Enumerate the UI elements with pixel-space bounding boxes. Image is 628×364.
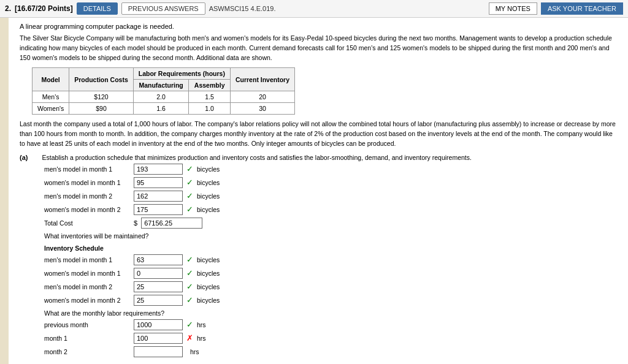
input-row: women's model in month 2✓bicycles	[44, 204, 618, 215]
answer-input-lab-1[interactable]	[134, 333, 183, 344]
th-assembly: Assembly	[189, 80, 231, 91]
details-button[interactable]: DETAILS	[77, 2, 118, 15]
input-label: men's model in month 1	[44, 165, 130, 173]
part-a-label: (a)	[20, 154, 28, 161]
table-row: Men's $120 2.0 1.5 20	[33, 91, 295, 103]
intro-text: A linear programming computer package is…	[20, 23, 618, 30]
answer-input-a-2[interactable]	[134, 191, 183, 202]
cell-assembly: 1.0	[189, 103, 231, 115]
check-icon: ✓	[186, 268, 193, 278]
cell-inventory: 30	[230, 103, 294, 115]
cell-manufacturing: 2.0	[133, 91, 189, 103]
cell-inventory: 20	[230, 91, 294, 103]
input-label: men's model in month 2	[44, 283, 130, 290]
cell-cost: $90	[69, 103, 134, 115]
inventory-inputs: men's model in month 1✓bicycleswomen's m…	[20, 254, 618, 306]
check-icon: ✓	[186, 178, 193, 187]
part-a: (a) Establish a production schedule that…	[20, 154, 618, 357]
answer-input-lab-2[interactable]	[134, 346, 183, 357]
input-label: previous month	[44, 321, 130, 328]
description: The Silver Star Bicycle Company will be …	[20, 34, 618, 63]
unit-label: bicycles	[197, 165, 220, 173]
points: [16.67/20 Points]	[15, 4, 73, 13]
input-label: month 2	[44, 348, 130, 355]
cell-model: Women's	[33, 103, 69, 115]
labor-question: What are the monthly labor requirements?	[44, 309, 618, 317]
unit-label: bicycles	[197, 256, 220, 264]
input-row: women's model in month 1✓bicycles	[44, 268, 618, 279]
check-icon: ✓	[186, 282, 193, 291]
unit-label: hrs	[197, 335, 206, 342]
answer-input-inv-3[interactable]	[134, 295, 183, 306]
unit-label: bicycles	[197, 283, 220, 290]
data-table: Model Production Costs Labor Requirement…	[32, 67, 295, 115]
input-row: women's model in month 2✓bicycles	[44, 295, 618, 306]
part-a-description: Establish a production schedule that min…	[42, 154, 472, 161]
dollar-sign: $	[134, 219, 137, 227]
cell-assembly: 1.5	[189, 91, 231, 103]
unit-label: hrs	[197, 321, 206, 328]
th-current-inventory: Current Inventory	[230, 68, 294, 91]
total-cost-label: Total Cost	[44, 219, 130, 227]
check-icon: ✓	[186, 205, 193, 214]
my-notes-button[interactable]: MY NOTES	[489, 2, 537, 15]
answer-input-inv-0[interactable]	[134, 254, 183, 265]
top-bar-left: 2. [16.67/20 Points] DETAILS PREVIOUS AN…	[5, 2, 489, 15]
input-row: month 2hrs	[44, 346, 618, 357]
input-row: men's model in month 2✓bicycles	[44, 281, 618, 292]
answer-input-lab-0[interactable]	[134, 319, 183, 330]
unit-label: bicycles	[197, 297, 220, 304]
check-icon: ✓	[186, 191, 193, 200]
input-label: men's model in month 2	[44, 192, 130, 200]
unit-label: bicycles	[197, 270, 220, 277]
top-bar: 2. [16.67/20 Points] DETAILS PREVIOUS AN…	[0, 0, 628, 18]
input-row: men's model in month 1✓bicycles	[44, 164, 618, 175]
unit-label: bicycles	[197, 206, 220, 213]
answer-input-a-0[interactable]	[134, 164, 183, 175]
table-row: Women's $90 1.6 1.0 30	[33, 103, 295, 115]
labor-inputs: previous month✓hrsmonth 1✗hrsmonth 2hrs	[20, 319, 618, 357]
th-manufacturing: Manufacturing	[133, 80, 189, 91]
answer-input-inv-1[interactable]	[134, 268, 183, 279]
input-row: previous month✓hrs	[44, 319, 618, 330]
content: A linear programming computer package is…	[10, 18, 628, 364]
cell-cost: $120	[69, 91, 134, 103]
top-bar-right: MY NOTES ASK YOUR TEACHER	[489, 2, 623, 15]
left-bar	[0, 18, 9, 364]
input-row: men's model in month 1✓bicycles	[44, 254, 618, 265]
page-wrapper: A linear programming computer package is…	[0, 18, 628, 364]
th-labor-requirements: Labor Requirements (hours)	[133, 68, 230, 80]
inventory-schedule-label: Inventory Schedule	[44, 245, 618, 252]
answer-input-inv-2[interactable]	[134, 281, 183, 292]
input-label: women's model in month 2	[44, 297, 130, 304]
inventory-question: What inventories will be maintained?	[44, 232, 618, 240]
input-label: women's model in month 1	[44, 270, 130, 277]
answer-input-a-1[interactable]	[134, 177, 183, 188]
answer-input-a-3[interactable]	[134, 204, 183, 215]
problem-id: ASWMSCI15 4.E.019.	[209, 5, 276, 12]
body-text: Last month the company used a total of 1…	[20, 119, 618, 148]
unit-label: bicycles	[197, 192, 220, 200]
input-label: men's model in month 1	[44, 256, 130, 264]
th-model: Model	[33, 68, 69, 91]
th-production-costs: Production Costs	[69, 68, 134, 91]
unit-label: hrs	[190, 348, 199, 355]
part-a-inputs: men's model in month 1✓bicycleswomen's m…	[20, 164, 618, 215]
cell-manufacturing: 1.6	[133, 103, 189, 115]
input-row: men's model in month 2✓bicycles	[44, 191, 618, 202]
check-icon: ✗	[186, 333, 193, 343]
previous-answers-button[interactable]: PREVIOUS ANSWERS	[121, 2, 205, 15]
check-icon: ✓	[186, 255, 193, 264]
unit-label: bicycles	[197, 179, 220, 186]
input-row: month 1✗hrs	[44, 333, 618, 344]
ask-teacher-button[interactable]: ASK YOUR TEACHER	[541, 2, 623, 15]
input-row: women's model in month 1✓bicycles	[44, 177, 618, 188]
total-cost-input[interactable]	[141, 218, 202, 229]
problem-number: 2.	[5, 4, 11, 13]
cell-model: Men's	[33, 91, 69, 103]
check-icon: ✓	[186, 164, 193, 173]
input-label: women's model in month 1	[44, 179, 130, 186]
total-cost-row: Total Cost $	[44, 218, 618, 229]
input-label: women's model in month 2	[44, 206, 130, 213]
check-icon: ✓	[186, 320, 193, 329]
